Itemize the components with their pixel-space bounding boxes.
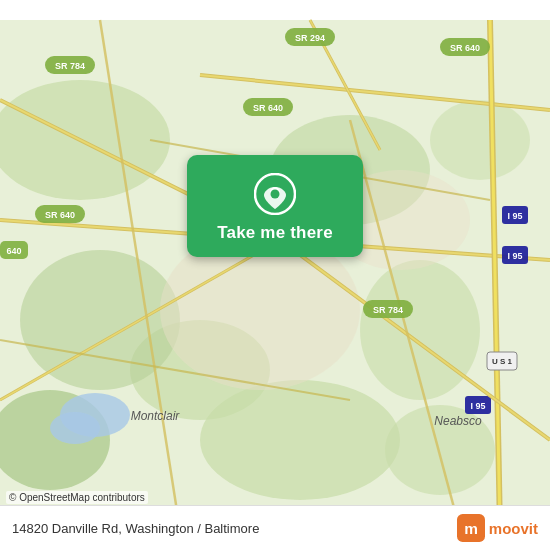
- svg-text:SR 640: SR 640: [450, 43, 480, 53]
- svg-text:SR 784: SR 784: [55, 61, 85, 71]
- bottom-bar: 14820 Danville Rd, Washington / Baltimor…: [0, 505, 550, 550]
- svg-text:I 95: I 95: [507, 251, 522, 261]
- svg-text:Montclair: Montclair: [131, 409, 181, 423]
- svg-point-11: [50, 412, 100, 444]
- svg-text:640: 640: [6, 246, 21, 256]
- action-card: Take me there: [187, 155, 363, 257]
- svg-text:Neabsco: Neabsco: [434, 414, 482, 428]
- moovit-icon: m: [457, 514, 485, 542]
- address-text: 14820 Danville Rd, Washington / Baltimor…: [12, 521, 259, 536]
- svg-text:SR 294: SR 294: [295, 33, 325, 43]
- moovit-logo: m moovit: [457, 514, 538, 542]
- svg-point-7: [430, 100, 530, 180]
- location-pin-icon: [254, 173, 296, 215]
- moovit-label: moovit: [489, 520, 538, 537]
- svg-text:SR 640: SR 640: [45, 210, 75, 220]
- svg-text:I 95: I 95: [507, 211, 522, 221]
- osm-credit: © OpenStreetMap contributors: [6, 491, 148, 504]
- take-me-there-button[interactable]: Take me there: [217, 223, 333, 243]
- svg-point-3: [200, 380, 400, 500]
- svg-text:SR 640: SR 640: [253, 103, 283, 113]
- map-background: I 95 I 95 I 95 U S 1 SR 294 SR 784 SR 64…: [0, 0, 550, 550]
- map-container: I 95 I 95 I 95 U S 1 SR 294 SR 784 SR 64…: [0, 0, 550, 550]
- take-me-there-container: Take me there: [187, 155, 363, 257]
- svg-point-58: [271, 190, 280, 199]
- svg-text:U S 1: U S 1: [492, 357, 513, 366]
- svg-text:I 95: I 95: [470, 401, 485, 411]
- svg-text:SR 784: SR 784: [373, 305, 403, 315]
- svg-text:m: m: [464, 520, 478, 537]
